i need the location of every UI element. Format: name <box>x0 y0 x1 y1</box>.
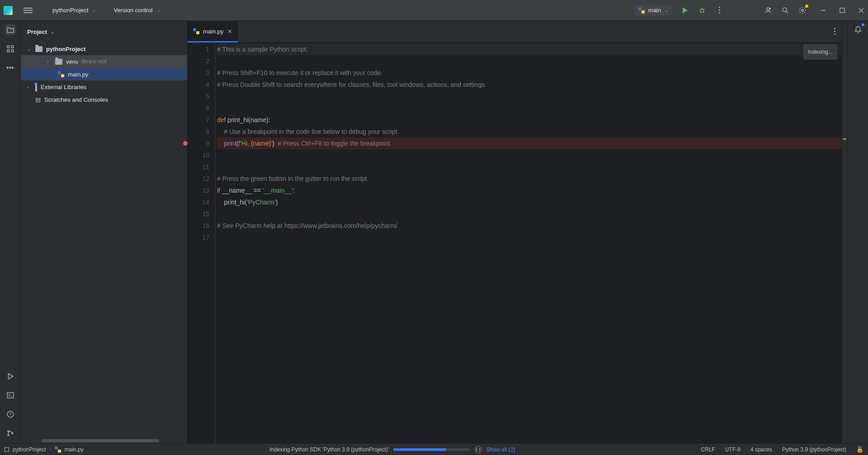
module-icon <box>5 447 9 452</box>
close-window-button[interactable] <box>858 7 864 14</box>
indent-widget[interactable]: 4 spaces <box>750 446 772 453</box>
vcs-tool-button[interactable] <box>5 428 16 439</box>
editor-tab-main[interactable]: main.py ✕ <box>188 21 238 43</box>
problems-tool-button[interactable] <box>5 409 16 420</box>
scratches-icon: ▤ <box>35 96 41 103</box>
search-everywhere-button[interactable] <box>780 5 790 15</box>
svg-rect-5 <box>7 46 9 48</box>
python-icon <box>55 446 61 453</box>
svg-point-12 <box>8 431 9 432</box>
svg-point-13 <box>8 435 9 436</box>
tab-options-button[interactable] <box>834 28 835 35</box>
left-tool-rail: ••• <box>0 21 21 443</box>
run-button[interactable] <box>680 5 690 15</box>
run-configuration-selector[interactable]: main ⌄ <box>634 5 673 15</box>
main-area: ••• Project⌄ ⌄ pythonProject › venv libr… <box>0 21 868 443</box>
project-tool-button[interactable] <box>5 24 16 35</box>
titlebar: pythonProject⌄ Version control⌄ main ⌄ <box>0 0 868 21</box>
python-icon <box>193 28 199 34</box>
chevron-right-icon: › <box>47 59 53 64</box>
notifications-button[interactable] <box>853 24 863 35</box>
status-bar: pythonProject › main.py Indexing Python … <box>0 443 868 455</box>
interpreter-widget[interactable]: Python 3.9 (pythonProject) <box>782 446 846 453</box>
terminal-tool-button[interactable] <box>5 390 16 401</box>
svg-rect-4 <box>840 8 844 13</box>
chevron-down-icon: ⌄ <box>27 47 33 52</box>
project-panel: Project⌄ ⌄ pythonProject › venv library … <box>21 21 188 443</box>
vcs-menu[interactable]: Version control⌄ <box>112 5 162 15</box>
readonly-lock-icon[interactable]: 🔓 <box>856 446 863 453</box>
pycharm-app-icon <box>4 6 13 15</box>
debug-button[interactable] <box>697 5 707 15</box>
minimize-window-button[interactable] <box>820 7 826 14</box>
editor-error-strip[interactable] <box>842 21 847 443</box>
tree-root-project[interactable]: ⌄ pythonProject <box>21 43 187 55</box>
folder-icon <box>35 46 42 52</box>
project-scrollbar[interactable] <box>21 439 187 443</box>
folder-icon <box>55 59 62 65</box>
svg-rect-6 <box>11 46 14 48</box>
svg-rect-7 <box>7 50 9 52</box>
tree-scratches[interactable]: ▤ Scratches and Consoles <box>21 93 187 106</box>
show-all-tasks-link[interactable]: Show all (2) <box>486 446 515 453</box>
python-icon <box>638 7 645 14</box>
pause-indexing-button[interactable]: ❙❙ <box>475 446 482 453</box>
progress-bar <box>393 448 470 451</box>
tree-venv-folder[interactable]: › venv library root <box>21 55 187 68</box>
svg-point-1 <box>767 8 769 10</box>
line-separator-widget[interactable]: CRLF <box>701 446 715 453</box>
svg-rect-10 <box>7 393 14 398</box>
background-tasks[interactable]: Indexing Python SDK 'Python 3.9 (pythonP… <box>90 446 695 453</box>
main-menu-button[interactable] <box>24 8 33 13</box>
breadcrumb[interactable]: pythonProject › main.py <box>5 446 84 453</box>
editor-gutter[interactable]: 1234567891011121314151617 <box>188 43 215 443</box>
close-tab-button[interactable]: ✕ <box>227 28 232 35</box>
settings-button[interactable] <box>797 5 807 15</box>
editor-tab-bar: main.py ✕ <box>188 21 842 43</box>
tree-external-libraries[interactable]: › External Libraries <box>21 81 187 93</box>
more-actions-button[interactable] <box>714 5 724 15</box>
python-icon <box>58 71 64 77</box>
svg-marker-9 <box>8 374 13 379</box>
editor-content[interactable]: # This is a sample Python script.# Press… <box>215 43 842 443</box>
structure-tool-button[interactable] <box>5 43 16 54</box>
right-tool-rail <box>847 21 868 443</box>
more-tools-button[interactable]: ••• <box>5 62 16 73</box>
indexing-badge: Indexing... <box>803 44 837 60</box>
code-editor[interactable]: Indexing... 1234567891011121314151617 # … <box>188 43 842 443</box>
project-tree: ⌄ pythonProject › venv library root main… <box>21 43 187 106</box>
svg-point-2 <box>783 8 787 12</box>
project-panel-header[interactable]: Project⌄ <box>21 21 187 43</box>
svg-point-3 <box>802 9 804 11</box>
svg-rect-8 <box>11 50 14 52</box>
project-selector[interactable]: pythonProject⌄ <box>51 5 98 15</box>
tree-main-file[interactable]: main.py <box>21 68 187 81</box>
maximize-window-button[interactable] <box>839 7 845 14</box>
encoding-widget[interactable]: UTF-8 <box>725 446 741 453</box>
services-tool-button[interactable] <box>5 371 16 382</box>
chevron-right-icon: › <box>27 85 33 90</box>
code-with-me-icon[interactable] <box>763 5 773 15</box>
editor-area: main.py ✕ Indexing... 123456789101112131… <box>188 21 842 443</box>
